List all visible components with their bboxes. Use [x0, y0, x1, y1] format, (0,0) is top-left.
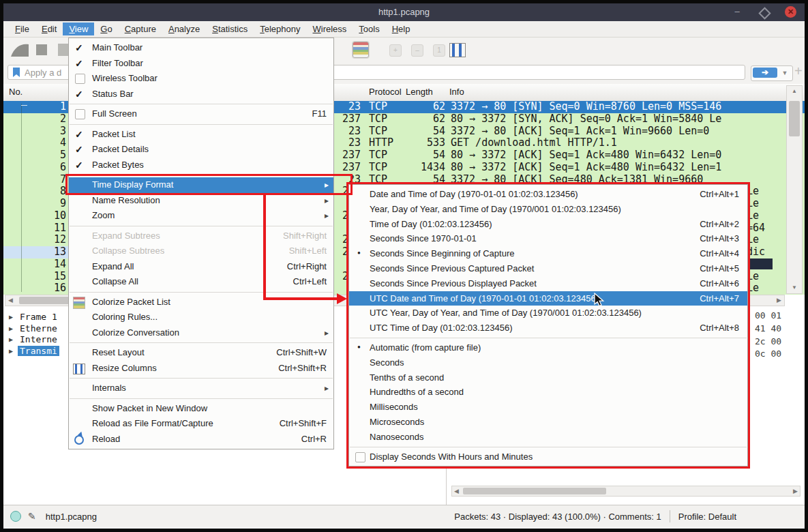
annotation-arrow-head — [337, 293, 347, 304]
apply-filter-button[interactable]: ➔ ▼ — [751, 65, 793, 81]
annotation-arrow-horizontal — [263, 297, 338, 300]
menu-item-packet-bytes[interactable]: Packet Bytes — [69, 158, 333, 173]
menu-separator — [70, 226, 333, 226]
status-bar: ✎ http1.pcapng Packets: 43 · Displayed: … — [3, 505, 805, 527]
menu-separator — [70, 378, 333, 379]
apply-arrow-icon[interactable]: ➔ — [753, 68, 777, 78]
scroll-left-icon[interactable]: ◀ — [454, 487, 459, 496]
col-info[interactable]: Info — [449, 87, 464, 97]
submenu-item-year-doy-time[interactable]: Year, Day of Year, and Time of Day (1970… — [349, 202, 747, 217]
scroll-down-icon[interactable]: ▼ — [787, 282, 802, 293]
menu-item-reset-layout[interactable]: Reset LayoutCtrl+Shift+W — [69, 345, 333, 361]
submenu-item-display-seconds-hours-minutes[interactable]: Display Seconds With Hours and Minutes — [349, 449, 747, 464]
status-profile[interactable]: Profile: Default — [678, 512, 736, 522]
submenu-item-seconds-since-1970[interactable]: Seconds Since 1970-01-01Ctrl+Alt+3 — [349, 231, 747, 246]
menu-statistics[interactable]: Statistics — [206, 23, 254, 35]
bscroll-thumb[interactable] — [463, 488, 606, 494]
menu-item-coloring-rules[interactable]: Coloring Rules... — [69, 310, 333, 325]
menu-file[interactable]: File — [9, 23, 35, 35]
menu-help[interactable]: Help — [386, 23, 417, 35]
submenu-item-tenths[interactable]: Tenths of a second — [349, 370, 747, 385]
stop-capture-icon[interactable] — [36, 44, 47, 55]
restart-capture-icon[interactable] — [58, 44, 68, 56]
status-filename: http1.pcapng — [46, 512, 97, 522]
packet-list-vscrollbar[interactable]: ▲ ▼ — [786, 85, 803, 294]
menu-item-reload-as-file-format[interactable]: Reload as File Format/CaptureCtrl+Shift+… — [69, 416, 333, 432]
menu-item-packet-details[interactable]: Packet Details — [69, 142, 333, 158]
wireshark-window: http1.pcapng – ✕ File Edit View Go Captu… — [3, 3, 805, 529]
menu-separator — [350, 338, 747, 338]
menu-view[interactable]: View — [63, 23, 94, 35]
scroll-right-icon[interactable]: ▶ — [777, 296, 781, 305]
check-icon — [75, 160, 84, 169]
menu-item-show-packet-in-new-window[interactable]: Show Packet in New Window — [69, 401, 333, 417]
submenu-item-seconds-since-capture[interactable]: Seconds Since Beginning of CaptureCtrl+A… — [349, 246, 747, 261]
chevron-down-icon[interactable]: ▼ — [777, 66, 792, 80]
menu-item-expand-all[interactable]: Expand AllCtrl+Right — [69, 259, 333, 275]
title-bar[interactable]: http1.pcapng – ✕ — [3, 3, 805, 21]
resize-columns-toolbar-icon[interactable] — [449, 43, 466, 57]
menu-wireless[interactable]: Wireless — [307, 23, 353, 35]
submenu-item-seconds-prev-captured[interactable]: Seconds Since Previous Captured PacketCt… — [349, 261, 747, 276]
menu-item-status-bar[interactable]: Status Bar — [69, 87, 333, 102]
submenu-item-time-of-day[interactable]: Time of Day (01:02:03.123456)Ctrl+Alt+2 — [349, 217, 747, 232]
submenu-item-utc-time-of-day[interactable]: UTC Time of Day (01:02:03.123456)Ctrl+Al… — [349, 321, 747, 336]
menu-tools[interactable]: Tools — [353, 23, 385, 35]
menu-separator — [70, 398, 333, 399]
radio-dot-icon — [355, 343, 364, 352]
expert-info-icon[interactable] — [10, 511, 21, 522]
menu-item-collapse-all[interactable]: Collapse AllCtrl+Left — [69, 274, 333, 290]
view-menu-popup: Main Toolbar Filter Toolbar Wireless Too… — [68, 38, 334, 449]
close-button[interactable]: ✕ — [785, 6, 796, 18]
menu-item-main-toolbar[interactable]: Main Toolbar — [69, 40, 333, 56]
check-icon — [75, 130, 84, 138]
submenu-item-hundredths[interactable]: Hundredths of a second — [349, 385, 747, 400]
submenu-item-nanoseconds[interactable]: Nanoseconds — [349, 430, 747, 445]
submenu-item-utc-date-time[interactable]: UTC Date and Time of Day (1970-01-01 01:… — [349, 291, 747, 306]
col-no[interactable]: No. — [9, 87, 23, 97]
menu-item-colorize-packet-list[interactable]: Colorize Packet List — [69, 295, 333, 310]
zoom-normal-icon: 1 — [433, 44, 445, 57]
menu-go[interactable]: Go — [94, 23, 118, 35]
submenu-item-milliseconds[interactable]: Milliseconds — [349, 400, 747, 415]
expand-arrow-icon[interactable]: ▶ — [9, 334, 13, 345]
submenu-item-automatic[interactable]: Automatic (from capture file) — [349, 340, 747, 355]
check-icon — [75, 89, 84, 98]
menu-item-reload[interactable]: ReloadCtrl+R — [69, 432, 333, 447]
expand-arrow-icon[interactable]: ▶ — [9, 312, 13, 323]
submenu-item-seconds[interactable]: Seconds — [349, 355, 747, 370]
menu-item-zoom[interactable]: Zoom — [69, 208, 333, 224]
menu-item-resize-columns[interactable]: Resize ColumnsCtrl+Shift+R — [69, 361, 333, 376]
menu-item-internals[interactable]: Internals — [69, 381, 333, 396]
scroll-up-icon[interactable]: ▲ — [787, 86, 802, 97]
menu-item-packet-list[interactable]: Packet List — [69, 127, 333, 143]
bytes-hscrollbar[interactable]: ◀ ▶ — [451, 486, 800, 497]
submenu-item-microseconds[interactable]: Microseconds — [349, 415, 747, 430]
start-capture-fin-icon[interactable] — [9, 42, 31, 58]
expand-arrow-icon[interactable]: ▶ — [9, 346, 13, 357]
menu-item-colorize-conversation[interactable]: Colorize Conversation — [69, 325, 333, 341]
submenu-item-utc-year-doy-time[interactable]: UTC Year, Day of Year, and Time of Day (… — [349, 306, 747, 321]
menu-item-filter-toolbar[interactable]: Filter Toolbar — [69, 56, 333, 72]
menu-item-wireless-toolbar[interactable]: Wireless Toolbar — [69, 71, 333, 87]
capture-comment-icon[interactable]: ✎ — [28, 511, 36, 522]
menu-capture[interactable]: Capture — [119, 23, 162, 35]
menu-item-full-screen[interactable]: Full ScreenF11 — [69, 106, 333, 122]
minimize-button[interactable]: – — [732, 6, 743, 17]
scroll-left-icon[interactable]: ◀ — [8, 296, 13, 305]
submenu-item-date-time[interactable]: Date and Time of Day (1970-01-01 01:02:0… — [349, 187, 747, 202]
menu-telephony[interactable]: Telephony — [254, 23, 306, 35]
add-filter-button[interactable]: + — [794, 63, 803, 79]
col-length[interactable]: Length — [406, 87, 433, 97]
menu-separator — [70, 342, 333, 343]
vscroll-thumb[interactable] — [789, 101, 800, 136]
colorize-toolbar-icon[interactable] — [353, 42, 369, 58]
menu-bar: File Edit View Go Capture Analyze Statis… — [3, 21, 805, 38]
col-protocol[interactable]: Protocol — [369, 87, 402, 97]
menu-analyze[interactable]: Analyze — [162, 23, 206, 35]
scroll-right-icon[interactable]: ▶ — [793, 487, 798, 496]
submenu-item-seconds-prev-displayed[interactable]: Seconds Since Previous Displayed PacketC… — [349, 276, 747, 291]
bookmark-icon[interactable] — [12, 67, 20, 78]
expand-arrow-icon[interactable]: ▶ — [9, 323, 13, 334]
menu-edit[interactable]: Edit — [35, 23, 63, 35]
